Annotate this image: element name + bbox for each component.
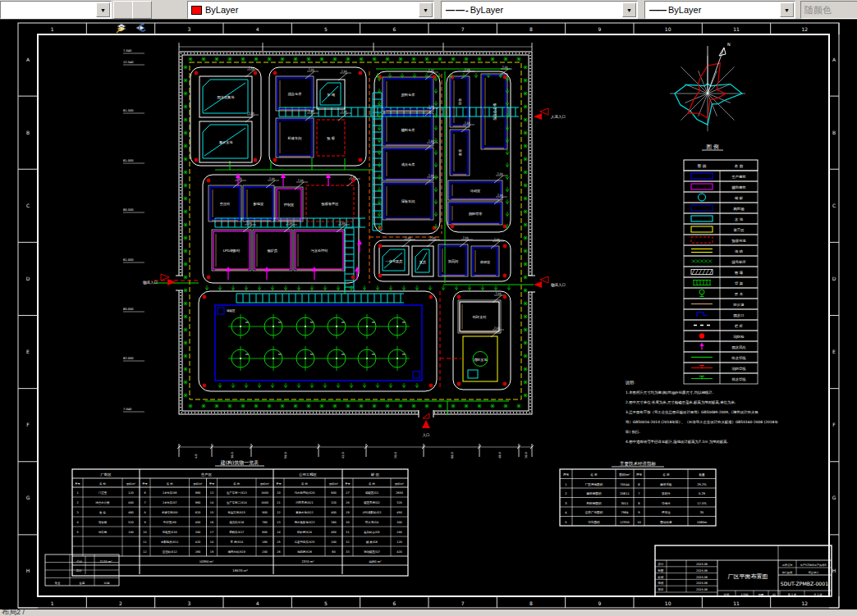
legend-symbol-arrow xyxy=(700,343,704,350)
svg-text:装置区: 装置区 xyxy=(734,228,745,232)
building: 7.10空压站 xyxy=(209,177,246,221)
svg-text:11: 11 xyxy=(733,600,740,606)
svg-text:1#仓库/X6: 1#仓库/X6 xyxy=(163,491,176,495)
legend-symbol-circle xyxy=(699,194,706,201)
svg-text:7.10: 7.10 xyxy=(463,236,469,240)
svg-text:防火堤/G4: 防火堤/G4 xyxy=(365,520,378,524)
svg-text:1.本图所注尺寸均为建(构)筑物外轮廓尺寸,均以轴线计。: 1.本图所注尺寸均为建(构)筑物外轮廓尺寸,均以轴线计。 xyxy=(626,390,716,395)
svg-text:建筑系数: 建筑系数 xyxy=(659,482,672,486)
svg-text:防火堤: 防火堤 xyxy=(734,303,745,307)
svg-text:人流入口: 人流入口 xyxy=(551,115,566,119)
svg-text:比例: 比例 xyxy=(724,593,729,596)
svg-text:7.10: 7.10 xyxy=(497,172,503,176)
svg-text:生产区: 生产区 xyxy=(201,472,213,477)
site-plan: 7.10雨水收集池7.10事故水池7.10综合仓库7.10车 棚7.10机修车间… xyxy=(123,43,566,459)
svg-text:版) 执行。: 版) 执行。 xyxy=(626,430,643,434)
svg-text:E: E xyxy=(26,349,30,354)
svg-text:污水处理站: 污水处理站 xyxy=(311,249,329,253)
svg-text:11: 11 xyxy=(143,541,146,544)
svg-text:12.540: 12.540 xyxy=(123,61,134,64)
svg-text:车 棚: 车 棚 xyxy=(327,93,335,97)
svg-text:专业: 专业 xyxy=(55,582,61,585)
svg-text:物流入口: 物流入口 xyxy=(551,282,566,288)
svg-text:LPG储配站/G3: LPG储配站/G3 xyxy=(363,510,382,514)
entrance-arrow: 物流入口 xyxy=(534,276,566,288)
svg-text:70.0: 70.0 xyxy=(394,452,397,459)
layout-tab[interactable]: 布局2 / xyxy=(2,609,25,616)
svg-text:2015.06: 2015.06 xyxy=(696,588,708,591)
svg-text:7: 7 xyxy=(461,600,465,606)
svg-text:建(构)筑物一览表: 建(构)筑物一览表 xyxy=(220,459,259,466)
linetype-value: ByLayer xyxy=(470,5,503,15)
svg-text:2120 m²: 2120 m² xyxy=(99,560,112,564)
svg-text:入口: 入口 xyxy=(423,433,430,437)
svg-text:280: 280 xyxy=(396,531,401,534)
layer-previous-button[interactable] xyxy=(132,1,152,19)
svg-text:道路广场面积: 道路广场面积 xyxy=(585,510,603,514)
svg-text:4490 m²: 4490 m² xyxy=(369,560,382,564)
svg-text:消防水池: 消防水池 xyxy=(474,358,488,362)
svg-text:循环水站/X19: 循环水站/X19 xyxy=(228,550,245,554)
svg-text:3: 3 xyxy=(187,26,190,32)
svg-text:成品库/X16: 成品库/X16 xyxy=(229,521,244,524)
svg-text:12350: 12350 xyxy=(620,521,630,524)
svg-text:雨水收集池: 雨水收集池 xyxy=(218,95,236,99)
svg-text:序号: 序号 xyxy=(75,482,80,486)
svg-text:序号: 序号 xyxy=(345,482,351,486)
svg-text:锅炉房/X24: 锅炉房/X24 xyxy=(296,530,312,534)
color-control-dropdown[interactable]: ByLayer ▼ xyxy=(187,1,434,19)
svg-text:11: 11 xyxy=(733,26,740,32)
svg-text:6: 6 xyxy=(392,26,396,32)
svg-text:4: 4 xyxy=(76,521,78,524)
entrance-arrow: 物流入口 xyxy=(143,274,176,285)
svg-text:7.10: 7.10 xyxy=(502,66,508,69)
svg-text:配电室: 配电室 xyxy=(254,202,264,207)
drawing-canvas[interactable]: 112233445566778899101011111212AABBCCDDEE… xyxy=(0,20,857,609)
svg-text:综合办公楼: 综合办公楼 xyxy=(493,103,497,121)
svg-text:30: 30 xyxy=(346,521,349,524)
svg-text:危废暂存库/X25: 危废暂存库/X25 xyxy=(295,541,315,544)
svg-text:E: E xyxy=(832,349,836,354)
svg-text:62.000: 62.000 xyxy=(123,357,134,360)
layout-tab-bar[interactable]: 布局2 / xyxy=(0,609,857,616)
chevron-down-icon[interactable]: ▼ xyxy=(780,2,794,17)
chevron-down-icon[interactable]: ▼ xyxy=(419,2,433,17)
chevron-down-icon[interactable]: ▼ xyxy=(622,2,636,17)
svg-text:主要技术经济指标: 主要技术经济指标 xyxy=(620,461,657,467)
svg-text:容积率: 容积率 xyxy=(662,491,671,495)
svg-text:1:500: 1:500 xyxy=(740,593,748,596)
svg-text:7.10: 7.10 xyxy=(428,105,434,108)
svg-text:5: 5 xyxy=(76,531,78,534)
svg-text:28: 28 xyxy=(346,501,349,504)
svg-text:120: 120 xyxy=(128,491,133,495)
make-object-layer-current-button[interactable] xyxy=(113,1,133,19)
svg-text:水 池: 水 池 xyxy=(735,217,744,221)
svg-text:消防泵房/X21: 消防泵房/X21 xyxy=(296,500,313,504)
svg-text:总计: 总计 xyxy=(75,569,82,573)
svg-text:7.10: 7.10 xyxy=(298,179,304,182)
svg-text:31: 31 xyxy=(346,531,349,534)
legend-symbol-ladder xyxy=(693,281,711,285)
legend-symbol-hatch xyxy=(692,260,712,263)
svg-text:7.10: 7.10 xyxy=(497,194,503,197)
svg-text:61.000: 61.000 xyxy=(123,159,134,162)
svg-text:1: 1 xyxy=(51,600,54,606)
svg-text:4.图中道路转弯半径详见标注,场地设计标高为7.1m 为绝对: 4.图中道路转弯半径详见标注,场地设计标高为7.1m 为绝对标高。 xyxy=(626,440,731,445)
linetype-glyph: — — - xyxy=(446,5,468,15)
svg-text:乔 木: 乔 木 xyxy=(734,292,744,296)
svg-text:H: H xyxy=(832,568,836,573)
svg-text:面积/m²: 面积/m² xyxy=(126,482,136,486)
svg-text:48.0: 48.0 xyxy=(498,452,502,459)
svg-text:雨水收集池/X23: 雨水收集池/X23 xyxy=(295,520,315,524)
svg-text:值班室: 值班室 xyxy=(480,260,491,264)
layer-dropdown[interactable]: ▼ xyxy=(0,1,112,19)
lineweight-control-dropdown[interactable]: —— ByLayer ▼ xyxy=(644,1,795,19)
svg-text:公用工程区: 公用工程区 xyxy=(299,472,317,477)
svg-text:26: 26 xyxy=(277,550,280,554)
svg-text:7.10: 7.10 xyxy=(351,176,356,179)
svg-text:综合仓库: 综合仓库 xyxy=(288,92,303,96)
svg-text:61.500: 61.500 xyxy=(123,109,134,112)
chevron-down-icon[interactable]: ▼ xyxy=(96,2,110,17)
svg-text:12: 12 xyxy=(802,600,809,606)
linetype-control-dropdown[interactable]: — — - ByLayer ▼ xyxy=(441,1,638,19)
